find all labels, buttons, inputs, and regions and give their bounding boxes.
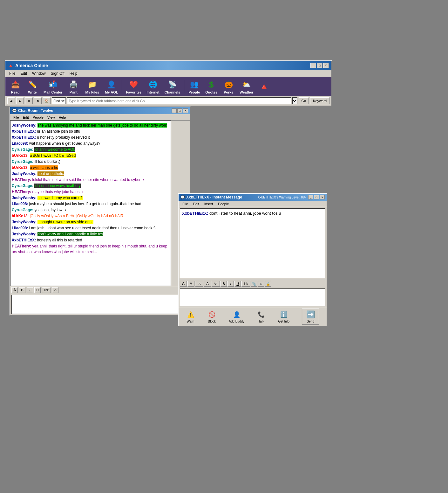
im-menu-file[interactable]: File bbox=[180, 201, 191, 206]
go-button[interactable]: Go bbox=[299, 97, 309, 104]
people-icon: 👥 bbox=[188, 79, 200, 90]
msg-text-7: ill tos u burke ;) bbox=[34, 159, 60, 164]
forward-button[interactable]: ▶ bbox=[16, 97, 24, 104]
toolbar-my-aol[interactable]: 👤 My AOL bbox=[103, 78, 120, 95]
im-maximize[interactable]: □ bbox=[314, 195, 319, 199]
chat-menu-file[interactable]: File bbox=[11, 115, 21, 120]
close-button[interactable]: ✕ bbox=[323, 63, 329, 68]
keyword-button[interactable]: Keyword bbox=[310, 97, 329, 104]
block-button[interactable]: 🚫 Block bbox=[207, 310, 216, 323]
msg-user-4: Lilac098: bbox=[12, 141, 28, 146]
toolbar-write[interactable]: ✏️ Write bbox=[24, 78, 40, 95]
im-window-controls: _ □ ✕ bbox=[308, 195, 325, 199]
channels-label: Channels bbox=[165, 90, 180, 94]
chat-font-button[interactable]: A bbox=[11, 287, 18, 293]
msg-user-6: bUrKe13: bbox=[12, 153, 29, 158]
im-underline-btn[interactable]: U bbox=[234, 281, 241, 287]
im-input-box[interactable] bbox=[180, 288, 325, 306]
perks-icon: 🎃 bbox=[223, 79, 234, 90]
im-bold-btn[interactable]: B bbox=[221, 281, 227, 287]
chat-menu-edit[interactable]: Edit bbox=[21, 115, 31, 120]
minimize-button[interactable]: _ bbox=[310, 63, 316, 68]
im-messages-area[interactable]: XxbETHiExX: dont listen to heat anni. jo… bbox=[180, 208, 325, 278]
chat-menu-help[interactable]: Help bbox=[57, 115, 68, 120]
toolbar-channels[interactable]: 📡 Channels bbox=[163, 78, 182, 95]
im-message-1: XxbETHiExX: dont listen to heat anni. jo… bbox=[182, 211, 323, 216]
chat-input-box[interactable] bbox=[11, 295, 189, 314]
menu-window[interactable]: Window bbox=[30, 71, 48, 76]
favorites-label: Favorites bbox=[126, 90, 141, 94]
toolbar-print[interactable]: 🖨️ Print bbox=[65, 78, 81, 95]
chat-messages-area[interactable]: JoshyWoshy: she was annoying me and fuck… bbox=[10, 121, 171, 286]
warn-button[interactable]: ⚠️ Warn bbox=[186, 310, 195, 323]
im-attach-btn[interactable]: 📎 bbox=[251, 281, 257, 287]
im-window-title: XxbETHiExX - Instant Message bbox=[186, 195, 242, 199]
im-font-btn[interactable]: A bbox=[180, 281, 187, 287]
toolbar-perks[interactable]: 🎃 Perks bbox=[221, 78, 236, 95]
chat-smiley-button[interactable]: ☺ bbox=[52, 287, 58, 293]
toolbar-internet[interactable]: 🌐 Internet bbox=[145, 78, 161, 95]
chat-room-window: 💬 Chat Room: Twelve _ □ ✕ File Edit Peop… bbox=[10, 107, 191, 316]
talk-label: Talk bbox=[258, 320, 264, 323]
get-info-icon: ℹ️ bbox=[279, 310, 288, 319]
im-lock-btn[interactable]: 🔒 bbox=[265, 281, 271, 287]
im-font2-btn[interactable]: A bbox=[204, 281, 211, 287]
stop-button[interactable]: ✕ bbox=[25, 97, 33, 104]
address-dropdown[interactable] bbox=[292, 97, 297, 104]
im-close[interactable]: ✕ bbox=[320, 195, 325, 199]
maximize-button[interactable]: □ bbox=[317, 63, 322, 68]
find-dropdown[interactable]: Find bbox=[52, 97, 66, 104]
im-menu-insert[interactable]: Insert bbox=[202, 201, 216, 206]
chat-menu-people[interactable]: People bbox=[31, 115, 45, 120]
chat-menu-view[interactable]: View bbox=[45, 115, 57, 120]
menu-file[interactable]: File bbox=[7, 71, 18, 76]
chat-link-button[interactable]: link bbox=[42, 287, 51, 293]
chat-italic-button[interactable]: I bbox=[27, 287, 33, 293]
chat-bold-button[interactable]: B bbox=[19, 287, 25, 293]
msg-user-2: XxbETHiExX: bbox=[12, 129, 36, 134]
scrollbar-track[interactable] bbox=[171, 121, 174, 286]
chat-close[interactable]: ✕ bbox=[183, 108, 188, 113]
my-aol-label: My AOL bbox=[105, 90, 118, 94]
menu-help[interactable]: Help bbox=[67, 71, 80, 76]
chat-input-toolbar: A B I U link ☺ bbox=[10, 286, 190, 294]
im-format-toolbar: A A ·A A ^A B I U lnk 📎 ☺ 🔒 bbox=[179, 280, 327, 288]
address-input[interactable] bbox=[67, 97, 291, 104]
chat-underline-button[interactable]: U bbox=[34, 287, 41, 293]
msg-user-1: JoshyWoshy: bbox=[12, 123, 37, 128]
im-warning-text: XxbETHiExX's Warning Level: 0% bbox=[258, 196, 306, 199]
toolbar-mail-center[interactable]: 📬 Mail Center bbox=[42, 78, 64, 95]
im-italic-btn[interactable]: I bbox=[227, 281, 234, 287]
back-button[interactable]: ◀ bbox=[7, 97, 15, 104]
menu-signoff[interactable]: Sign Off bbox=[48, 71, 67, 76]
im-link-btn[interactable]: lnk bbox=[241, 281, 250, 287]
toolbar-people[interactable]: 👥 People bbox=[186, 78, 202, 95]
toolbar-weather[interactable]: ⛅ Weather bbox=[238, 78, 255, 95]
toolbar-read[interactable]: 📥 Read bbox=[7, 78, 23, 95]
chat-maximize[interactable]: □ bbox=[177, 108, 182, 113]
toolbar-quotes[interactable]: $ Quotes bbox=[203, 78, 219, 95]
menu-edit[interactable]: Edit bbox=[18, 71, 30, 76]
toolbar-my-files[interactable]: 📁 My Files bbox=[83, 78, 102, 95]
msg-text-8: u wish chris u ho bbox=[30, 165, 58, 170]
im-smiley-btn[interactable]: ☺ bbox=[258, 281, 264, 287]
chat-message-8: bUrKe13: u wish chris u ho bbox=[12, 165, 169, 170]
add-buddy-button[interactable]: 👤 Add Buddy bbox=[229, 310, 244, 323]
im-menu-edit[interactable]: Edit bbox=[191, 201, 202, 206]
im-font-color-btn[interactable]: A bbox=[187, 281, 194, 287]
msg-user-21: HEAThery: bbox=[12, 244, 31, 248]
refresh-button[interactable]: ↻ bbox=[34, 97, 42, 104]
im-font-size-btn[interactable]: ·A bbox=[195, 281, 203, 287]
send-button[interactable]: ➡️ Send bbox=[302, 309, 319, 325]
im-menu-people[interactable]: People bbox=[215, 201, 231, 206]
im-minimize[interactable]: _ bbox=[308, 195, 313, 199]
im-window: 💬 XxbETHiExX - Instant Message XxbETHiEx… bbox=[178, 193, 327, 327]
talk-button[interactable]: 📞 Talk bbox=[257, 310, 266, 323]
im-font3-btn[interactable]: ^A bbox=[212, 281, 220, 287]
toolbar-favorites[interactable]: ❤️ Favorites bbox=[124, 78, 143, 95]
home-button[interactable]: 🏠 bbox=[43, 97, 51, 104]
get-info-button[interactable]: ℹ️ Get Info bbox=[278, 310, 289, 323]
chat-minimize[interactable]: _ bbox=[172, 108, 177, 113]
toolbar-aol-logo[interactable]: 🔺 bbox=[256, 80, 272, 93]
quotes-label: Quotes bbox=[205, 90, 217, 94]
